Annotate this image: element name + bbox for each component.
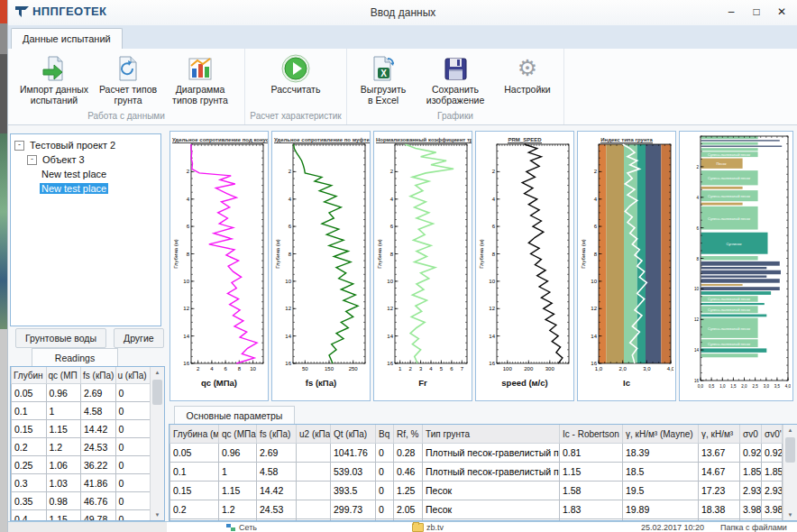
table-cell[interactable] <box>297 500 331 519</box>
table-cell[interactable]: 0.2 <box>12 438 47 456</box>
table-cell[interactable]: 13.67 <box>699 444 740 463</box>
tree-item[interactable]: New test place <box>40 183 108 194</box>
table-cell[interactable]: 1041.76 <box>331 444 376 463</box>
table-cell[interactable]: 0 <box>376 500 394 519</box>
table-cell[interactable]: 14.42 <box>257 482 297 500</box>
table-cell[interactable]: 19.5 <box>623 482 699 500</box>
table-cell[interactable]: 0 <box>115 420 151 438</box>
table-cell[interactable]: 1.2 <box>219 500 257 519</box>
scrollbar-thumb[interactable] <box>785 437 795 463</box>
table-cell[interactable]: 0.25 <box>12 456 47 474</box>
table-cell[interactable]: 2.69 <box>81 384 116 402</box>
table-cell[interactable]: 24.53 <box>81 438 116 456</box>
import-button[interactable]: Импорт данныхиспытаний <box>16 52 92 107</box>
scroll-down-icon[interactable]: ▼ <box>151 509 164 520</box>
table-cell[interactable]: 1.83 <box>560 500 623 519</box>
table-cell[interactable]: 14.67 <box>699 463 740 482</box>
table-cell[interactable]: 0 <box>115 474 151 492</box>
table-cell[interactable]: 0.1 <box>170 463 219 482</box>
table-cell[interactable]: 2.93 <box>740 482 762 500</box>
tree-expander-icon[interactable]: - <box>14 141 24 151</box>
table-cell[interactable]: 0 <box>115 384 151 402</box>
scrollbar-thumb[interactable] <box>152 380 162 405</box>
table-cell[interactable]: 1.03 <box>46 474 81 492</box>
save-button[interactable]: Сохранитьизображение <box>419 52 491 107</box>
table-cell[interactable]: 18.39 <box>623 444 699 463</box>
table-cell[interactable] <box>297 444 331 463</box>
table-cell[interactable]: 0.35 <box>12 492 47 510</box>
table-cell[interactable]: 14.42 <box>81 420 116 438</box>
table-cell[interactable]: 1.2 <box>46 438 81 456</box>
table-cell[interactable]: 1.58 <box>560 482 623 500</box>
tab-groundwater[interactable]: Грунтовые воды <box>15 328 106 348</box>
table-cell[interactable]: 36.22 <box>81 456 116 474</box>
table-cell[interactable]: 0.28 <box>394 444 423 463</box>
table-cell[interactable]: 0.81 <box>560 444 623 463</box>
table-cell[interactable]: 18.5 <box>623 463 699 482</box>
table-cell[interactable]: 1.06 <box>46 456 81 474</box>
tab-readings[interactable]: Readings <box>32 348 118 367</box>
close-button[interactable]: ✕ <box>769 2 794 22</box>
table-cell[interactable]: 393.5 <box>331 482 376 500</box>
table-cell[interactable] <box>297 463 331 482</box>
table-cell[interactable]: Плотный песок-гравелистый песок <box>423 444 560 463</box>
tab-other[interactable]: Другие <box>114 328 164 348</box>
table-cell[interactable]: 0.15 <box>170 482 219 500</box>
table-cell[interactable]: 0.98 <box>46 492 81 510</box>
tree-item[interactable]: New test place <box>40 169 108 179</box>
table-cell[interactable]: 0.05 <box>12 384 47 402</box>
table-cell[interactable]: 0 <box>115 510 151 522</box>
table-cell[interactable]: 0 <box>115 402 151 420</box>
table-cell[interactable]: 0 <box>376 482 394 500</box>
tree-item[interactable]: Тестовый проект 2 <box>28 140 117 151</box>
table-cell[interactable]: 0.3 <box>12 474 47 492</box>
table-cell[interactable]: 41.86 <box>81 474 116 492</box>
table-cell[interactable]: 24.53 <box>257 500 297 519</box>
gear-button[interactable]: ⚙Настройки <box>491 52 563 96</box>
tree-item[interactable]: Объект 3 <box>41 154 87 165</box>
taskbar-folder-item[interactable]: zb.tv <box>412 523 444 532</box>
table-cell[interactable]: 1 <box>46 402 81 420</box>
refresh-button[interactable]: Расчет типовгрунта <box>92 52 164 107</box>
taskbar-network-item[interactable]: Сеть <box>226 523 257 532</box>
table-cell[interactable]: 19.89 <box>623 500 699 519</box>
table-cell[interactable]: 539.03 <box>331 463 376 482</box>
table-cell[interactable]: 0 <box>376 463 394 482</box>
tab-test-data[interactable]: Данные испытаний <box>11 28 123 49</box>
table-cell[interactable]: 299.73 <box>331 500 376 519</box>
scroll-down-icon[interactable]: ▼ <box>783 509 797 520</box>
tab-main-parameters[interactable]: Основные параметры <box>174 406 295 425</box>
table-cell[interactable]: 46.76 <box>81 492 116 510</box>
table-cell[interactable]: 0 <box>115 492 151 510</box>
table-cell[interactable]: 0.46 <box>394 463 423 482</box>
table-cell[interactable]: 18.38 <box>699 500 740 519</box>
table-cell[interactable]: 0.2 <box>170 500 219 519</box>
table-cell[interactable]: 0 <box>115 456 151 474</box>
minimize-button[interactable]: – <box>719 2 744 22</box>
table-cell[interactable]: Плотный песок-гравелистый песок <box>423 463 560 482</box>
table-cell[interactable]: 0 <box>376 444 394 463</box>
table-cell[interactable]: 1.15 <box>46 510 81 522</box>
table-cell[interactable]: 0.96 <box>46 384 81 402</box>
table-cell[interactable]: 0 <box>115 438 151 456</box>
table-cell[interactable]: 0.05 <box>170 444 219 463</box>
table-cell[interactable]: 0.4 <box>12 510 47 522</box>
scroll-up-icon[interactable]: ▲ <box>151 367 164 378</box>
table-cell[interactable]: 1.85 <box>762 463 783 482</box>
table-cell[interactable]: 2.05 <box>394 500 423 519</box>
table-cell[interactable]: 0.15 <box>12 420 47 438</box>
chart-button[interactable]: Диаграмматипов грунта <box>164 52 236 107</box>
table-cell[interactable] <box>297 482 331 500</box>
table-cell[interactable]: 4.58 <box>81 402 116 420</box>
table-cell[interactable]: 1.25 <box>394 482 423 500</box>
table-cell[interactable]: 3.98 <box>740 500 762 519</box>
table-cell[interactable]: 1 <box>219 463 257 482</box>
table-cell[interactable]: 1.15 <box>219 482 257 500</box>
play-button[interactable]: Рассчитать <box>260 52 332 96</box>
table-cell[interactable]: 49.78 <box>81 510 116 522</box>
table-cell[interactable]: 0.92 <box>762 444 783 463</box>
table-cell[interactable]: 4.58 <box>257 463 297 482</box>
table-cell[interactable]: 17.23 <box>699 482 740 500</box>
table-cell[interactable]: 0.96 <box>219 444 257 463</box>
tree-expander-icon[interactable]: - <box>27 155 37 165</box>
